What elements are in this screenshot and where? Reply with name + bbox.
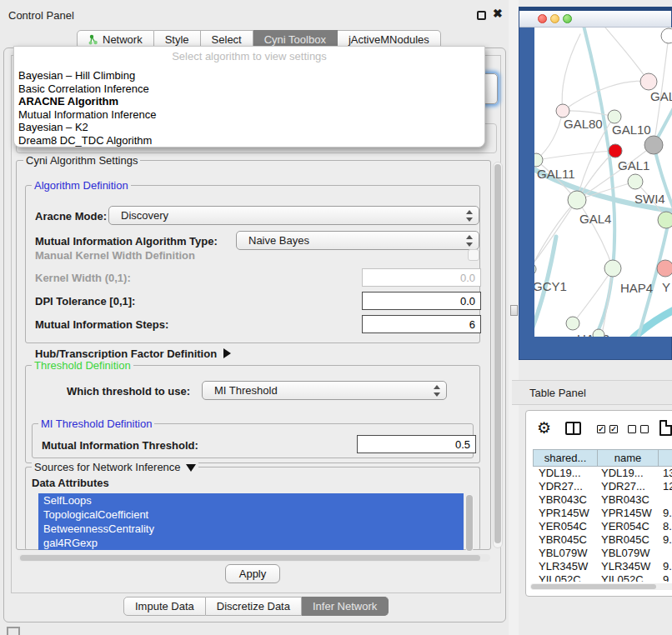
column-header[interactable]: A: [659, 449, 672, 467]
maximize-window-icon[interactable]: [563, 14, 572, 23]
node-gray[interactable]: [644, 136, 663, 154]
network-edge[interactable]: [562, 34, 580, 111]
node-gal4-label: GAL4: [579, 212, 611, 226]
node-gcy1[interactable]: [534, 263, 536, 275]
dropdown-item[interactable]: Dream8 DC_TDC Algorithm: [18, 134, 480, 148]
node-swi4[interactable]: [658, 212, 672, 228]
node-y-partial[interactable]: [657, 260, 672, 277]
table-row[interactable]: YDR27...YDR27...12: [533, 480, 672, 493]
document-icon[interactable]: [659, 420, 672, 436]
dpi-tolerance-input[interactable]: [362, 292, 481, 310]
table-cell: YIL052C: [598, 573, 659, 582]
network-edge[interactable]: [601, 28, 649, 82]
sources-group-title[interactable]: Sources for Network Inference: [32, 461, 198, 473]
divider-grip[interactable]: [510, 305, 518, 316]
which-threshold-label: Which threshold to use:: [67, 385, 190, 398]
node-gal-pink[interactable]: [640, 73, 657, 90]
settings-horizontal-scrollbar[interactable]: [18, 554, 490, 562]
table-panel-body: ⚙ ✓ ✓ shared...nameA YDL19...YDL19...13Y…: [525, 410, 672, 597]
settings-vertical-scrollbar[interactable]: [493, 162, 503, 548]
close-window-icon[interactable]: [538, 14, 547, 23]
tab-label: Cyni Toolbox: [264, 33, 326, 46]
gear-icon[interactable]: ⚙: [537, 418, 551, 438]
network-edge[interactable]: [536, 151, 615, 160]
table-horizontal-scrollbar[interactable]: [530, 583, 672, 590]
scrollbar-thumb[interactable]: [531, 584, 656, 589]
table-row[interactable]: YBR045CYBR045C9.: [533, 533, 672, 547]
float-panel-icon[interactable]: [477, 11, 486, 20]
table-row[interactable]: YLR345WYLR345W9.: [533, 560, 672, 573]
node-gal1[interactable]: [628, 174, 643, 189]
network-edge[interactable]: [577, 200, 613, 268]
network-edge[interactable]: [563, 81, 649, 111]
apply-button[interactable]: Apply: [225, 564, 280, 583]
mi-type-combobox[interactable]: Naive Bayes: [236, 231, 479, 250]
node-bottom-partial[interactable]: [593, 329, 604, 337]
node-top-partial[interactable]: [661, 28, 672, 43]
unchecked-checkbox-icon[interactable]: [640, 425, 649, 433]
split-columns-icon[interactable]: [565, 422, 581, 435]
table-row[interactable]: YIL052CYIL052C9: [533, 573, 672, 582]
panel-divider[interactable]: [509, 0, 519, 635]
unchecked-checkbox-icon[interactable]: [628, 425, 636, 433]
mi-threshold-input[interactable]: [357, 435, 476, 453]
scrollbar-thumb[interactable]: [494, 164, 501, 543]
attribute-list-item[interactable]: BetweennessCentrality: [38, 522, 464, 536]
table-cell: 9.: [659, 507, 672, 520]
node-hap4[interactable]: [604, 260, 621, 277]
checked-checkbox-icon[interactable]: ✓: [609, 425, 618, 433]
aracne-mode-combobox[interactable]: Discovery: [108, 206, 479, 225]
tab-discretize-data[interactable]: Discretize Data: [206, 597, 302, 616]
hub-definition-toggle[interactable]: Hub/Transcription Factor Definition: [35, 348, 231, 360]
kernel-width-input[interactable]: [362, 268, 481, 287]
bottom-left-partial-icon[interactable]: [7, 627, 20, 635]
network-edge[interactable]: [536, 111, 563, 160]
node-hap2[interactable]: [566, 317, 579, 330]
minimize-window-icon[interactable]: [550, 14, 559, 23]
mi-steps-label: Mutual Information Steps:: [35, 318, 168, 331]
attributes-list-scrollbar[interactable]: [465, 494, 474, 552]
network-window-titlebar[interactable]: [519, 11, 671, 28]
table-cell: YPR145W: [598, 507, 659, 520]
column-header[interactable]: name: [598, 449, 659, 467]
scrollbar-thumb[interactable]: [20, 555, 480, 561]
mi-steps-input[interactable]: [362, 315, 481, 333]
attribute-list-item[interactable]: SelfLoops: [38, 493, 464, 508]
manual-kernel-checkbox[interactable]: [468, 249, 479, 261]
table-cell: [659, 493, 672, 507]
which-threshold-combobox[interactable]: MI Threshold: [202, 381, 447, 400]
network-edge[interactable]: [573, 268, 613, 323]
table-row[interactable]: YER054CYER054C8.: [533, 520, 672, 533]
table-cell: 9: [659, 573, 672, 582]
node-gal11-label: GAL11: [537, 167, 575, 181]
dropdown-item[interactable]: ARACNE Algorithm: [18, 95, 480, 108]
table-row[interactable]: YBL079WYBL079W: [533, 547, 672, 560]
scrollbar-thumb[interactable]: [466, 495, 473, 551]
node-gal80[interactable]: [556, 104, 569, 118]
checked-checkbox-icon[interactable]: ✓: [597, 425, 605, 433]
column-header[interactable]: shared...: [533, 449, 598, 467]
network-edge[interactable]: [534, 200, 577, 268]
close-panel-icon[interactable]: ✖: [493, 7, 503, 20]
table-row[interactable]: YDL19...YDL19...13: [533, 467, 672, 480]
table-row[interactable]: YBR043CYBR043C: [533, 493, 672, 507]
table-cell: YER054C: [598, 520, 659, 533]
attribute-list-item[interactable]: gal4RGexp: [38, 536, 464, 550]
network-edge[interactable]: [563, 111, 614, 117]
dropdown-placeholder: Select algorithm to view settings: [14, 50, 484, 62]
tab-impute-data[interactable]: Impute Data: [123, 597, 206, 616]
network-canvas[interactable]: GALGAL80GAL10GAL1GAL11GAL4SWI4GCY1HAP4YH…: [534, 28, 672, 337]
node-gal10[interactable]: [608, 110, 621, 123]
network-graph[interactable]: GALGAL80GAL10GAL1GAL11GAL4SWI4GCY1HAP4YH…: [534, 28, 672, 337]
table-row[interactable]: YPR145WYPR145W9.: [533, 507, 672, 520]
dropdown-item[interactable]: Bayesian – Hill Climbing: [18, 69, 480, 82]
attribute-list-item[interactable]: TopologicalCoefficient: [38, 508, 464, 522]
tab-label: Style: [165, 33, 189, 46]
tab-infer-network[interactable]: Infer Network: [302, 597, 389, 616]
node-red[interactable]: [609, 144, 622, 158]
dropdown-item[interactable]: Bayesian – K2: [18, 121, 480, 134]
dropdown-item[interactable]: Basic Correlation Inference: [18, 82, 480, 96]
tab-label: Impute Data: [135, 600, 194, 612]
dropdown-item[interactable]: Mutual Information Inference: [18, 108, 480, 122]
node-gal4[interactable]: [568, 191, 586, 209]
